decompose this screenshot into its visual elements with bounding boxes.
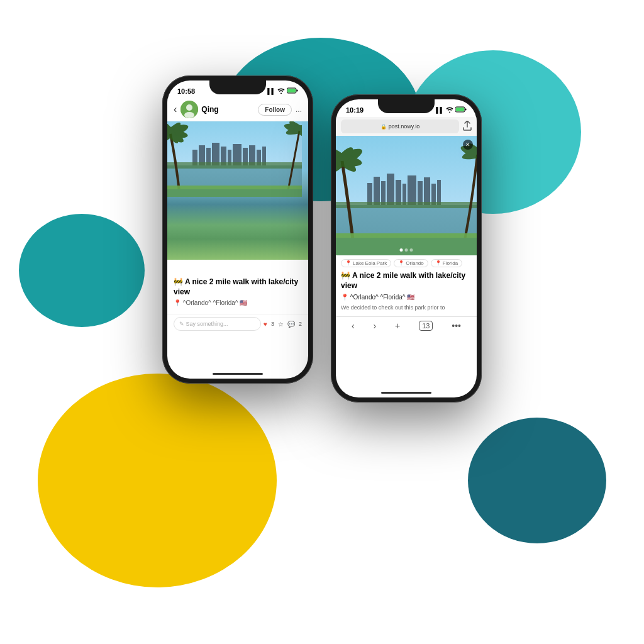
browser-nav-2: ‹ › + 13 ••• (336, 316, 477, 335)
notch-1 (209, 80, 266, 94)
phone-1-screen: 10:58 ▌▌ ‹ (167, 80, 308, 379)
svg-point-4 (186, 104, 192, 111)
back-button-1[interactable]: ‹ (174, 104, 177, 115)
more-menu-1[interactable]: ... (296, 105, 302, 114)
post-title-1: 🚧 A nice 2 mile walk with lake/city view (174, 277, 302, 297)
blob-teal-left (19, 214, 145, 327)
phones-container: 10:58 ▌▌ ‹ (162, 75, 482, 402)
signal-icon-2: ▌▌ (436, 107, 444, 113)
close-button-2[interactable]: ✕ (463, 140, 473, 150)
web-tag-state[interactable]: 📍 Florida (431, 259, 462, 267)
status-icons-2: ▌▌ (436, 106, 467, 114)
svg-rect-38 (387, 174, 394, 205)
post-content-1: 🚧 A nice 2 mile walk with lake/city view… (167, 260, 308, 314)
battery-icon-1 (287, 87, 298, 95)
like-count-1: 3 (271, 321, 274, 327)
svg-rect-46 (336, 202, 477, 208)
svg-rect-29 (167, 189, 302, 197)
svg-rect-42 (418, 181, 423, 205)
post-tags-1: 📍 ^Orlando^ ^Florida^ 🇺🇸 (174, 299, 302, 306)
browser-bar-2: 🔒 post.nowy.io (336, 117, 477, 136)
svg-rect-35 (367, 183, 372, 205)
web-desc-2: We decided to check out this park prior … (336, 302, 477, 314)
nav-forward-2[interactable]: › (374, 321, 377, 331)
svg-rect-32 (465, 109, 467, 111)
dot-2 (405, 248, 408, 252)
dot-indicator-2 (400, 248, 413, 252)
web-tag-location[interactable]: 📍 Lake Eola Park (341, 259, 391, 267)
status-icons-1: ▌▌ (267, 87, 298, 95)
phone-2: 10:19 ▌▌ 🔒 post.nowy (331, 94, 482, 402)
url-text-2: post.nowy.io (389, 123, 419, 130)
svg-rect-31 (456, 108, 464, 111)
dot-3 (410, 248, 413, 252)
nav-back-2[interactable]: ‹ (352, 321, 355, 331)
svg-rect-43 (424, 177, 430, 205)
svg-rect-14 (233, 144, 242, 165)
svg-rect-40 (402, 184, 406, 205)
star-icon-1[interactable]: ☆ (278, 321, 284, 328)
web-photo-bg-2 (336, 136, 477, 255)
svg-rect-41 (408, 175, 416, 205)
dot-1 (400, 248, 403, 252)
svg-rect-36 (374, 177, 380, 205)
web-photo-2: ✕ (336, 136, 477, 255)
nav-tabs-2[interactable]: 13 (419, 321, 433, 331)
svg-rect-19 (167, 162, 302, 169)
home-bar-1 (213, 373, 263, 375)
comment-input-1[interactable]: ✎ Say something... (174, 317, 261, 331)
like-icon-1[interactable]: ♥ (264, 321, 267, 328)
avatar-1 (180, 101, 198, 118)
svg-rect-39 (396, 180, 401, 205)
wifi-icon-1 (277, 87, 285, 95)
action-icons-1: ♥ 3 ☆ 💬 2 (264, 321, 302, 328)
web-subtitle-2: 📍 ^Orlando^ ^Florida^ 🇺🇸 (336, 292, 477, 302)
username-1: Qing (201, 105, 258, 114)
svg-rect-55 (336, 238, 477, 255)
action-bar-1: ✎ Say something... ♥ 3 ☆ 💬 2 (167, 314, 308, 333)
lock-icon-2: 🔒 (380, 124, 387, 130)
time-1: 10:58 (177, 87, 195, 95)
nav-more-2[interactable]: ••• (452, 321, 461, 331)
comment-icon-1[interactable]: 💬 (287, 321, 295, 328)
svg-rect-1 (287, 89, 296, 92)
svg-rect-44 (431, 184, 436, 205)
svg-rect-2 (297, 90, 298, 92)
blob-teal-bottom-right (468, 418, 606, 543)
follow-button-1[interactable]: Follow (258, 104, 292, 116)
battery-icon-2 (455, 106, 467, 114)
scene: 10:58 ▌▌ ‹ (0, 0, 644, 644)
svg-rect-11 (212, 143, 219, 165)
blob-yellow (38, 374, 277, 587)
app-header-1: ‹ Qing Follow ... (167, 98, 308, 121)
share-icon-2[interactable] (463, 121, 472, 133)
palm-trees-1 (167, 121, 302, 197)
web-tag-city[interactable]: 📍 Orlando (394, 259, 428, 267)
notch-2 (378, 99, 435, 113)
phone-1: 10:58 ▌▌ ‹ (162, 75, 313, 384)
photo-area-1: 📍 Lake Eola Park (167, 121, 308, 260)
home-bar-2 (381, 392, 431, 394)
nav-add-2[interactable]: + (395, 321, 400, 331)
url-bar-2[interactable]: 🔒 post.nowy.io (341, 119, 459, 133)
comment-count-1: 2 (299, 321, 302, 327)
web-tags-2: 📍 Lake Eola Park 📍 Orlando 📍 Florida (336, 255, 477, 269)
svg-rect-45 (437, 180, 441, 205)
svg-rect-37 (381, 181, 386, 205)
photo-bg-1 (167, 121, 308, 260)
svg-point-5 (184, 112, 194, 118)
signal-icon-1: ▌▌ (267, 88, 275, 94)
wifi-icon-2 (446, 106, 453, 114)
phone-2-screen: 10:19 ▌▌ 🔒 post.nowy (336, 99, 477, 397)
time-2: 10:19 (346, 106, 364, 114)
web-title-2: 🚧 A nice 2 mile walk with lake/city view (336, 269, 477, 292)
